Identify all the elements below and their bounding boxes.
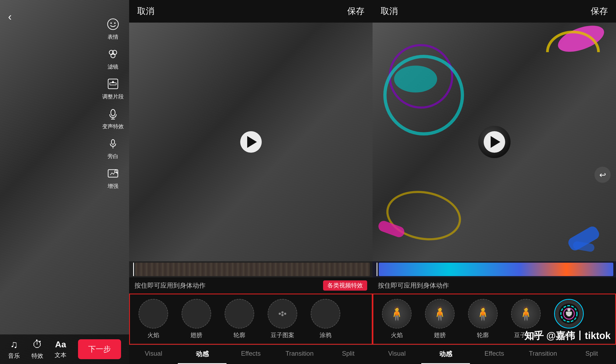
expression-icon bbox=[105, 16, 121, 32]
middle-save-button[interactable]: 保存 bbox=[347, 5, 364, 17]
svg-point-20 bbox=[281, 314, 284, 316]
voice-label: 变声特效 bbox=[102, 123, 124, 130]
effect-dots-circle bbox=[268, 299, 297, 329]
middle-video-preview[interactable] bbox=[129, 23, 373, 261]
effect-graffiti[interactable]: 涂鸦 bbox=[304, 299, 347, 339]
middle-panel: 取消 保存 按住即可应用到身体动作 各类视频特效 火焰 翅膀 轮廓 bbox=[129, 0, 373, 364]
tool-filter[interactable]: 滤镜 bbox=[105, 46, 121, 70]
effect-graffiti-circle bbox=[311, 299, 340, 329]
svg-point-1 bbox=[111, 23, 112, 24]
svg-rect-7 bbox=[110, 83, 116, 85]
next-button[interactable]: 下一步 bbox=[78, 339, 121, 359]
middle-tab-split[interactable]: Split bbox=[324, 345, 373, 364]
wings-avatar: 🧍 bbox=[426, 299, 454, 328]
left-bottom-bar: ♫ 音乐 ⏱ 特效 Aa 文本 下一步 bbox=[0, 334, 129, 364]
undo-button[interactable]: ↩ bbox=[594, 167, 611, 183]
effect-outline[interactable]: 轮廓 bbox=[218, 299, 261, 339]
right-effect-wings[interactable]: 🧍 翅膀 bbox=[418, 299, 461, 339]
tab-effects[interactable]: ⏱ 特效 bbox=[31, 339, 43, 360]
adjust-label: 调整片段 bbox=[102, 93, 124, 100]
right-tab-split[interactable]: Split bbox=[567, 345, 616, 364]
effect-dots[interactable]: 豆子图案 bbox=[261, 299, 304, 339]
back-button[interactable]: ‹ bbox=[8, 11, 12, 23]
right-tab-visual[interactable]: Visual bbox=[373, 345, 421, 364]
adjust-icon bbox=[105, 76, 121, 92]
play-button[interactable] bbox=[240, 131, 262, 153]
middle-effects-container: 火焰 翅膀 轮廓 豆子图案 涂鸦 bbox=[129, 294, 373, 345]
right-effect-fire-circle: 🧍 bbox=[382, 299, 412, 329]
effect-fire[interactable]: 火焰 bbox=[132, 299, 175, 339]
right-effect-fire-label: 火焰 bbox=[391, 331, 403, 339]
effect-dots-label: 豆子图案 bbox=[271, 331, 294, 339]
dots-avatar: 🧍 bbox=[512, 299, 540, 328]
filter-icon bbox=[105, 46, 121, 62]
tab-music[interactable]: ♫ 音乐 bbox=[8, 339, 20, 360]
tab-text[interactable]: Aa 文本 bbox=[55, 340, 66, 359]
right-effect-wings-circle: 🧍 bbox=[425, 299, 455, 329]
tool-adjust[interactable]: 调整片段 bbox=[102, 76, 124, 100]
right-save-button[interactable]: 保存 bbox=[591, 5, 608, 17]
filter-label: 滤镜 bbox=[108, 63, 118, 70]
tool-narrate[interactable]: 旁白 bbox=[105, 135, 121, 160]
effect-graffiti-label: 涂鸦 bbox=[320, 331, 331, 339]
music-icon: ♫ bbox=[10, 339, 18, 350]
timeline-thumbnail bbox=[135, 263, 370, 276]
enhance-icon bbox=[105, 165, 121, 181]
middle-cancel-button[interactable]: 取消 bbox=[137, 5, 154, 17]
text-label: 文本 bbox=[55, 351, 66, 359]
right-instruction-bar: 按住即可应用到身体动作 bbox=[373, 277, 616, 294]
svg-point-17 bbox=[279, 313, 281, 315]
right-effect-dots-circle: 🧍 bbox=[511, 299, 541, 329]
right-bottom-tabs: Visual 动感 Effects Transition Split bbox=[373, 345, 616, 364]
right-effect-wings-label: 翅膀 bbox=[434, 331, 446, 339]
watermark: 知乎 @嘉伟丨tiktok bbox=[524, 329, 611, 342]
right-timeline-indicator bbox=[377, 263, 377, 276]
right-effect-fire[interactable]: 🧍 火焰 bbox=[375, 299, 418, 339]
graffiti-avatar bbox=[555, 300, 583, 328]
svg-point-19 bbox=[284, 313, 286, 315]
effect-wings[interactable]: 翅膀 bbox=[175, 299, 218, 339]
tool-enhance[interactable]: 增强 bbox=[105, 165, 121, 190]
right-tab-effects[interactable]: Effects bbox=[470, 345, 519, 364]
tool-voice[interactable]: 变声特效 bbox=[102, 106, 124, 130]
timeline-indicator bbox=[133, 263, 134, 276]
voice-icon bbox=[105, 106, 121, 122]
right-instruction-text: 按住即可应用到身体动作 bbox=[378, 282, 449, 289]
right-tab-transition[interactable]: Transition bbox=[519, 345, 567, 364]
svg-point-0 bbox=[108, 19, 118, 30]
instruction-bar: 按住即可应用到身体动作 各类视频特效 bbox=[129, 277, 373, 294]
middle-tab-dynamic[interactable]: 动感 bbox=[178, 345, 226, 364]
effect-fire-label: 火焰 bbox=[147, 331, 159, 339]
timeline-strip[interactable] bbox=[129, 261, 373, 277]
right-effect-outline-circle: 🧍 bbox=[468, 299, 498, 329]
expression-label: 表情 bbox=[108, 33, 118, 41]
effects-tab-label: 特效 bbox=[31, 352, 43, 360]
right-play-button[interactable] bbox=[484, 131, 505, 153]
right-tab-dynamic[interactable]: 动感 bbox=[421, 345, 470, 364]
right-header: 取消 保存 bbox=[373, 0, 616, 23]
right-effect-outline-label: 轮廓 bbox=[477, 331, 489, 339]
outline-avatar: 🧍 bbox=[469, 299, 497, 328]
svg-point-9 bbox=[111, 109, 115, 116]
right-timeline-thumbnail bbox=[379, 263, 613, 276]
instruction-text: 按住即可应用到身体动作 bbox=[134, 282, 206, 289]
middle-tab-transition[interactable]: Transition bbox=[275, 345, 324, 364]
effect-fire-circle bbox=[139, 299, 168, 329]
fire-avatar: 🧍 bbox=[383, 299, 411, 328]
right-tools-panel: 表情 滤镜 调整片段 变声特效 旁白 bbox=[102, 16, 124, 190]
effect-outline-circle bbox=[225, 299, 254, 329]
effect-outline-label: 轮廓 bbox=[233, 331, 245, 339]
middle-effects-grid: 火焰 翅膀 轮廓 豆子图案 涂鸦 bbox=[129, 294, 373, 345]
left-panel: ‹ 表情 滤镜 调整片段 变声特效 bbox=[0, 0, 129, 364]
svg-point-12 bbox=[111, 140, 115, 144]
middle-tab-visual[interactable]: Visual bbox=[129, 345, 178, 364]
svg-point-25 bbox=[567, 308, 571, 311]
right-timeline-strip[interactable] bbox=[373, 261, 616, 277]
right-cancel-button[interactable]: 取消 bbox=[381, 5, 398, 17]
right-effect-outline[interactable]: 🧍 轮廓 bbox=[461, 299, 504, 339]
middle-tab-effects[interactable]: Effects bbox=[226, 345, 275, 364]
tool-expression[interactable]: 表情 bbox=[105, 16, 121, 41]
right-video-preview[interactable] bbox=[373, 23, 616, 261]
svg-point-2 bbox=[114, 23, 116, 24]
enhance-label: 增强 bbox=[108, 183, 118, 190]
